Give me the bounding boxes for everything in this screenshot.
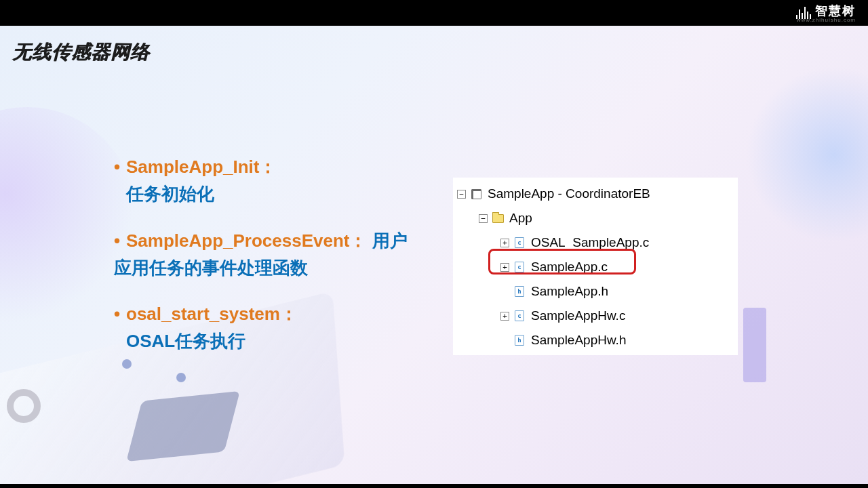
expand-icon[interactable]: + bbox=[500, 239, 509, 247]
course-title: 无线传感器网络 bbox=[12, 39, 150, 65]
toggle-spacer bbox=[500, 336, 509, 345]
decor-dot bbox=[176, 373, 186, 382]
collapse-icon[interactable]: − bbox=[457, 190, 466, 199]
tree-file-label: SampleAppHw.h bbox=[531, 333, 626, 348]
bullet-code: osal_start_system bbox=[126, 304, 280, 324]
decor-blob-right bbox=[746, 66, 868, 243]
project-icon bbox=[470, 188, 482, 199]
tree-folder-label: App bbox=[509, 211, 532, 226]
c-file-icon bbox=[513, 237, 526, 248]
brand-url: www.zhihuishu.com bbox=[797, 17, 856, 23]
tree-file-label: SampleAppHw.c bbox=[531, 308, 625, 323]
decor-gear-icon bbox=[7, 389, 41, 423]
bullet-list: •SampleApp_Init： 任务初始化 •SampleApp_Proces… bbox=[114, 153, 419, 374]
bullet-desc: 任务初始化 bbox=[126, 184, 214, 204]
bullet-dot-icon: • bbox=[114, 227, 126, 254]
tree-file-row[interactable]: + SampleAppHw.c bbox=[457, 304, 732, 328]
tree-file-label: OSAL_SampleApp.c bbox=[531, 235, 649, 250]
tree-root-row[interactable]: − SampleApp - CoordinatorEB bbox=[457, 182, 732, 206]
tree-file-label: SampleApp.h bbox=[531, 284, 608, 299]
bullet-item-3: •osal_start_system： OSAL任务执行 bbox=[114, 300, 419, 355]
bullet-item-2: •SampleApp_ProcessEvent： 用户应用任务的事件处理函数 bbox=[114, 227, 419, 282]
decor-bar bbox=[743, 308, 766, 382]
bullet-item-1: •SampleApp_Init： 任务初始化 bbox=[114, 153, 419, 208]
video-top-bar: 智慧树 www.zhihuishu.com bbox=[0, 0, 868, 26]
folder-icon bbox=[492, 213, 504, 224]
expand-icon[interactable]: + bbox=[500, 312, 509, 321]
bullet-desc: OSAL任务执行 bbox=[126, 331, 245, 351]
tree-folder-row[interactable]: − App bbox=[457, 206, 732, 230]
bullet-sep: ： bbox=[280, 304, 298, 324]
tree-file-row[interactable]: SampleApp.h bbox=[457, 279, 732, 304]
bullet-sep: ： bbox=[349, 230, 367, 251]
bullet-sep: ： bbox=[259, 157, 277, 177]
h-file-icon bbox=[513, 286, 526, 297]
tree-file-row[interactable]: SampleAppHw.h bbox=[457, 328, 732, 352]
h-file-icon bbox=[513, 335, 526, 346]
highlight-rect bbox=[488, 249, 636, 274]
bullet-code: SampleApp_ProcessEvent bbox=[126, 230, 349, 251]
collapse-icon[interactable]: − bbox=[479, 214, 488, 223]
bullet-dot-icon: • bbox=[114, 300, 126, 327]
bullet-code: SampleApp_Init bbox=[126, 157, 259, 177]
slide-area: 无线传感器网络 •SampleApp_Init： 任务初始化 •SampleAp… bbox=[0, 26, 868, 484]
bullet-dot-icon: • bbox=[114, 153, 126, 180]
toggle-spacer bbox=[500, 287, 509, 296]
video-bottom-bar bbox=[0, 484, 868, 488]
c-file-icon bbox=[513, 310, 526, 321]
tree-root-label: SampleApp - CoordinatorEB bbox=[488, 186, 650, 201]
